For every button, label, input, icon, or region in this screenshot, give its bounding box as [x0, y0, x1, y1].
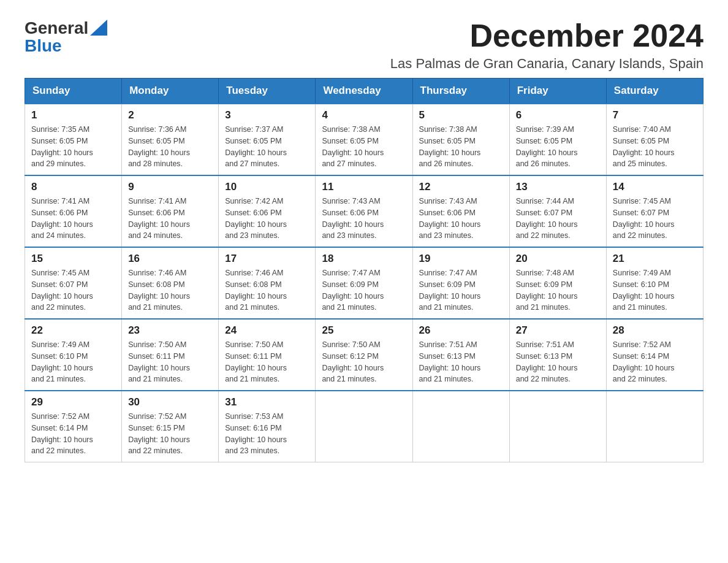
calendar-cell: 25 Sunrise: 7:50 AMSunset: 6:12 PMDaylig… — [316, 319, 412, 391]
day-info: Sunrise: 7:52 AMSunset: 6:14 PMDaylight:… — [31, 412, 93, 455]
day-number: 28 — [613, 324, 697, 337]
day-info: Sunrise: 7:35 AMSunset: 6:05 PMDaylight:… — [31, 125, 93, 168]
day-number: 16 — [128, 253, 212, 265]
day-info: Sunrise: 7:45 AMSunset: 6:07 PMDaylight:… — [31, 269, 93, 312]
calendar-header: SundayMondayTuesdayWednesdayThursdayFrid… — [25, 79, 703, 104]
day-number: 29 — [31, 396, 115, 408]
calendar-body: 1 Sunrise: 7:35 AMSunset: 6:05 PMDayligh… — [25, 104, 703, 462]
calendar-cell: 5 Sunrise: 7:38 AMSunset: 6:05 PMDayligh… — [412, 104, 509, 175]
day-number: 4 — [322, 109, 406, 121]
calendar-cell: 24 Sunrise: 7:50 AMSunset: 6:11 PMDaylig… — [219, 319, 316, 391]
day-number: 22 — [31, 324, 115, 337]
day-info: Sunrise: 7:41 AMSunset: 6:06 PMDaylight:… — [31, 197, 93, 240]
day-number: 15 — [31, 253, 115, 265]
day-info: Sunrise: 7:38 AMSunset: 6:05 PMDaylight:… — [322, 125, 384, 168]
calendar-cell: 14 Sunrise: 7:45 AMSunset: 6:07 PMDaylig… — [606, 175, 703, 247]
day-number: 10 — [225, 181, 309, 193]
svg-marker-0 — [90, 20, 107, 36]
calendar-cell: 20 Sunrise: 7:48 AMSunset: 6:09 PMDaylig… — [509, 247, 606, 319]
weekday-header-tuesday: Tuesday — [219, 79, 316, 104]
day-number: 6 — [516, 109, 600, 121]
calendar-cell: 11 Sunrise: 7:43 AMSunset: 6:06 PMDaylig… — [316, 175, 412, 247]
weekday-header-friday: Friday — [509, 79, 606, 104]
day-number: 5 — [419, 109, 503, 121]
calendar-cell: 7 Sunrise: 7:40 AMSunset: 6:05 PMDayligh… — [606, 104, 703, 175]
calendar-cell: 16 Sunrise: 7:46 AMSunset: 6:08 PMDaylig… — [122, 247, 219, 319]
location-subtitle: Las Palmas de Gran Canaria, Canary Islan… — [390, 56, 703, 72]
calendar-cell: 2 Sunrise: 7:36 AMSunset: 6:05 PMDayligh… — [122, 104, 219, 175]
day-number: 24 — [225, 324, 309, 337]
day-info: Sunrise: 7:43 AMSunset: 6:06 PMDaylight:… — [419, 197, 481, 240]
calendar-cell: 6 Sunrise: 7:39 AMSunset: 6:05 PMDayligh… — [509, 104, 606, 175]
weekday-header-row: SundayMondayTuesdayWednesdayThursdayFrid… — [25, 79, 703, 104]
day-number: 27 — [516, 324, 600, 337]
calendar-cell — [606, 391, 703, 462]
day-number: 14 — [613, 181, 697, 193]
day-number: 3 — [225, 109, 309, 121]
day-info: Sunrise: 7:51 AMSunset: 6:13 PMDaylight:… — [419, 340, 481, 383]
weekday-header-saturday: Saturday — [606, 79, 703, 104]
calendar-week-1: 1 Sunrise: 7:35 AMSunset: 6:05 PMDayligh… — [25, 104, 703, 175]
calendar-cell: 12 Sunrise: 7:43 AMSunset: 6:06 PMDaylig… — [412, 175, 509, 247]
logo: General Blue — [25, 18, 107, 55]
calendar-cell: 18 Sunrise: 7:47 AMSunset: 6:09 PMDaylig… — [316, 247, 412, 319]
calendar-cell: 13 Sunrise: 7:44 AMSunset: 6:07 PMDaylig… — [509, 175, 606, 247]
day-number: 30 — [128, 396, 212, 408]
day-number: 17 — [225, 253, 309, 265]
logo-blue-text: Blue — [25, 36, 62, 55]
calendar-cell: 23 Sunrise: 7:50 AMSunset: 6:11 PMDaylig… — [122, 319, 219, 391]
day-info: Sunrise: 7:46 AMSunset: 6:08 PMDaylight:… — [225, 269, 287, 312]
day-info: Sunrise: 7:50 AMSunset: 6:11 PMDaylight:… — [225, 340, 287, 383]
day-info: Sunrise: 7:47 AMSunset: 6:09 PMDaylight:… — [322, 269, 384, 312]
calendar-cell: 21 Sunrise: 7:49 AMSunset: 6:10 PMDaylig… — [606, 247, 703, 319]
day-info: Sunrise: 7:47 AMSunset: 6:09 PMDaylight:… — [419, 269, 481, 312]
day-info: Sunrise: 7:40 AMSunset: 6:05 PMDaylight:… — [613, 125, 675, 168]
calendar-cell: 10 Sunrise: 7:42 AMSunset: 6:06 PMDaylig… — [219, 175, 316, 247]
day-info: Sunrise: 7:36 AMSunset: 6:05 PMDaylight:… — [128, 125, 190, 168]
title-block: December 2024 Las Palmas de Gran Canaria… — [390, 18, 703, 72]
calendar-week-2: 8 Sunrise: 7:41 AMSunset: 6:06 PMDayligh… — [25, 175, 703, 247]
weekday-header-monday: Monday — [122, 79, 219, 104]
calendar-cell: 17 Sunrise: 7:46 AMSunset: 6:08 PMDaylig… — [219, 247, 316, 319]
day-number: 20 — [516, 253, 600, 265]
day-info: Sunrise: 7:53 AMSunset: 6:16 PMDaylight:… — [225, 412, 287, 455]
day-info: Sunrise: 7:37 AMSunset: 6:05 PMDaylight:… — [225, 125, 287, 168]
calendar-table: SundayMondayTuesdayWednesdayThursdayFrid… — [25, 78, 703, 462]
calendar-week-4: 22 Sunrise: 7:49 AMSunset: 6:10 PMDaylig… — [25, 319, 703, 391]
day-number: 11 — [322, 181, 406, 193]
calendar-cell: 19 Sunrise: 7:47 AMSunset: 6:09 PMDaylig… — [412, 247, 509, 319]
calendar-cell: 15 Sunrise: 7:45 AMSunset: 6:07 PMDaylig… — [25, 247, 122, 319]
logo-general-text: General — [25, 20, 88, 37]
day-number: 23 — [128, 324, 212, 337]
day-info: Sunrise: 7:38 AMSunset: 6:05 PMDaylight:… — [419, 125, 481, 168]
calendar-cell — [412, 391, 509, 462]
day-number: 13 — [516, 181, 600, 193]
day-info: Sunrise: 7:42 AMSunset: 6:06 PMDaylight:… — [225, 197, 287, 240]
day-number: 31 — [225, 396, 309, 408]
day-number: 19 — [419, 253, 503, 265]
calendar-cell: 9 Sunrise: 7:41 AMSunset: 6:06 PMDayligh… — [122, 175, 219, 247]
day-info: Sunrise: 7:50 AMSunset: 6:12 PMDaylight:… — [322, 340, 384, 383]
day-info: Sunrise: 7:51 AMSunset: 6:13 PMDaylight:… — [516, 340, 578, 383]
day-info: Sunrise: 7:41 AMSunset: 6:06 PMDaylight:… — [128, 197, 190, 240]
calendar-cell: 31 Sunrise: 7:53 AMSunset: 6:16 PMDaylig… — [219, 391, 316, 462]
calendar-cell: 3 Sunrise: 7:37 AMSunset: 6:05 PMDayligh… — [219, 104, 316, 175]
day-number: 8 — [31, 181, 115, 193]
calendar-week-5: 29 Sunrise: 7:52 AMSunset: 6:14 PMDaylig… — [25, 391, 703, 462]
day-info: Sunrise: 7:49 AMSunset: 6:10 PMDaylight:… — [613, 269, 675, 312]
day-info: Sunrise: 7:43 AMSunset: 6:06 PMDaylight:… — [322, 197, 384, 240]
day-number: 21 — [613, 253, 697, 265]
day-number: 9 — [128, 181, 212, 193]
calendar-cell: 22 Sunrise: 7:49 AMSunset: 6:10 PMDaylig… — [25, 319, 122, 391]
calendar-week-3: 15 Sunrise: 7:45 AMSunset: 6:07 PMDaylig… — [25, 247, 703, 319]
logo-triangle-icon — [90, 20, 107, 36]
calendar-cell: 8 Sunrise: 7:41 AMSunset: 6:06 PMDayligh… — [25, 175, 122, 247]
calendar-cell — [316, 391, 412, 462]
calendar-cell: 28 Sunrise: 7:52 AMSunset: 6:14 PMDaylig… — [606, 319, 703, 391]
weekday-header-thursday: Thursday — [412, 79, 509, 104]
month-year-title: December 2024 — [390, 18, 703, 53]
day-info: Sunrise: 7:50 AMSunset: 6:11 PMDaylight:… — [128, 340, 190, 383]
calendar-cell: 4 Sunrise: 7:38 AMSunset: 6:05 PMDayligh… — [316, 104, 412, 175]
calendar-cell: 30 Sunrise: 7:52 AMSunset: 6:15 PMDaylig… — [122, 391, 219, 462]
page-header: General Blue December 2024 Las Palmas de… — [25, 18, 703, 72]
